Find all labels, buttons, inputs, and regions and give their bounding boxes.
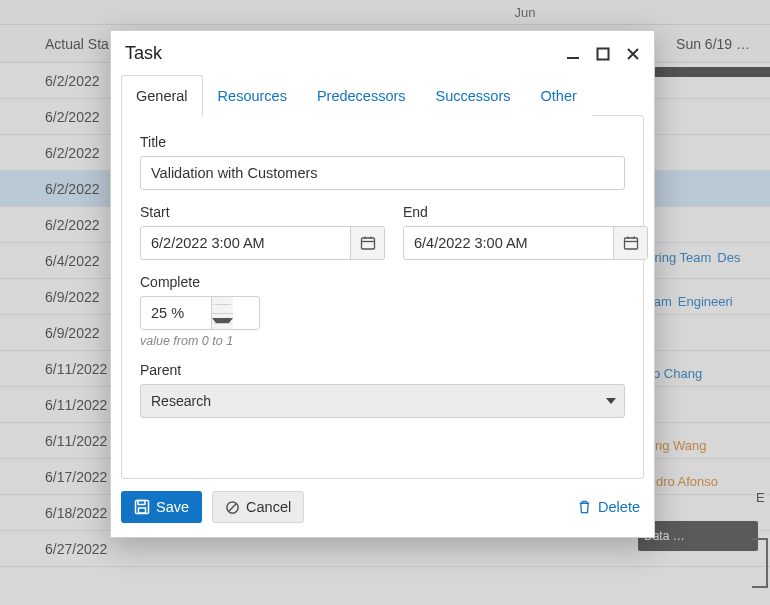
field-end: End [403, 204, 648, 260]
end-date-picker-button[interactable] [613, 227, 647, 259]
svg-line-14 [229, 503, 237, 511]
field-complete: Complete value from 0 to 1 [140, 274, 625, 348]
parent-dropdown[interactable]: Research [140, 384, 625, 418]
tab-predecessors[interactable]: Predecessors [302, 75, 421, 116]
end-input-wrap [403, 226, 648, 260]
cancel-icon [225, 500, 240, 515]
dialog-title: Task [125, 43, 162, 64]
complete-spinner [140, 296, 260, 330]
start-date-picker-button[interactable] [350, 227, 384, 259]
title-input[interactable] [141, 165, 624, 181]
complete-spin-down[interactable] [212, 314, 233, 330]
field-parent: Parent Research [140, 362, 625, 418]
title-label: Title [140, 134, 625, 150]
cancel-button[interactable]: Cancel [212, 491, 304, 523]
tab-panel-general: Title Start [121, 115, 644, 479]
complete-spin-buttons [211, 297, 233, 329]
parent-value: Research [151, 393, 211, 409]
tab-resources[interactable]: Resources [203, 75, 302, 116]
svg-rect-2 [361, 238, 374, 249]
window-actions [566, 47, 640, 61]
svg-rect-0 [567, 57, 579, 59]
minimize-button[interactable] [566, 47, 580, 61]
complete-label: Complete [140, 274, 625, 290]
parent-label: Parent [140, 362, 625, 378]
calendar-icon [360, 235, 376, 251]
task-dialog: Task General Resources Predecessors Succ… [110, 30, 655, 538]
svg-rect-6 [624, 238, 637, 249]
svg-rect-1 [598, 48, 609, 59]
svg-rect-12 [139, 508, 146, 513]
dialog-titlebar: Task [111, 31, 654, 74]
maximize-icon [596, 47, 610, 61]
minimize-icon [566, 47, 580, 61]
chevron-down-icon [212, 318, 233, 324]
start-input-wrap [140, 226, 385, 260]
start-input[interactable] [141, 235, 350, 251]
field-title: Title [140, 134, 625, 190]
close-icon [626, 47, 640, 61]
chevron-down-icon [606, 398, 616, 404]
complete-hint: value from 0 to 1 [140, 334, 625, 348]
chevron-up-icon [212, 304, 233, 305]
save-button[interactable]: Save [121, 491, 202, 523]
end-input[interactable] [404, 235, 613, 251]
svg-rect-11 [138, 501, 145, 505]
tab-successors[interactable]: Successors [421, 75, 526, 116]
start-label: Start [140, 204, 385, 220]
trash-icon [577, 499, 592, 515]
cancel-label: Cancel [246, 499, 291, 515]
save-icon [134, 499, 150, 515]
tab-other[interactable]: Other [526, 75, 592, 116]
close-button[interactable] [626, 47, 640, 61]
maximize-button[interactable] [596, 47, 610, 61]
save-label: Save [156, 499, 189, 515]
calendar-icon [623, 235, 639, 251]
delete-label: Delete [598, 499, 640, 515]
title-input-wrap [140, 156, 625, 190]
complete-spin-up[interactable] [212, 297, 233, 314]
end-label: End [403, 204, 648, 220]
dialog-tabs: General Resources Predecessors Successor… [111, 74, 654, 115]
field-start: Start [140, 204, 385, 260]
tab-general[interactable]: General [121, 75, 203, 116]
dialog-footer: Save Cancel Delete [111, 479, 654, 537]
complete-input[interactable] [141, 305, 211, 321]
delete-button[interactable]: Delete [577, 499, 640, 515]
